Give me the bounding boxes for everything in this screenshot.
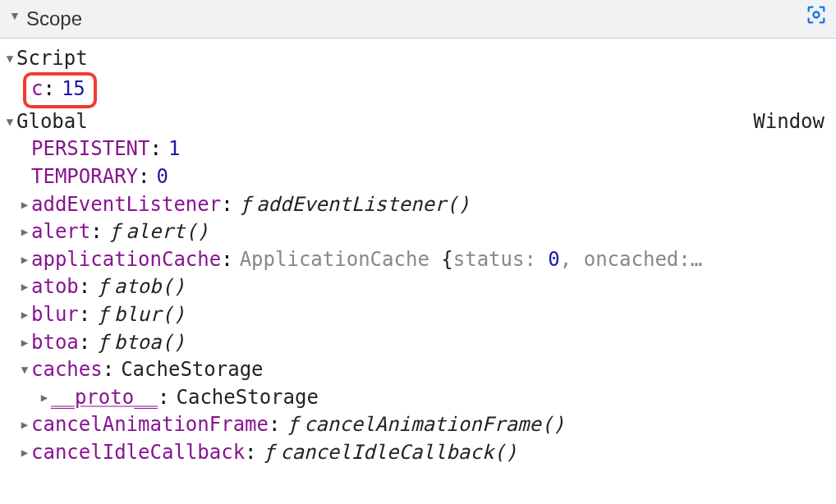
function-name: cancelIdleCallback(): [280, 439, 517, 467]
prop-cancelAnimationFrame[interactable]: cancelAnimationFrame: ƒ cancelAnimationF…: [3, 411, 836, 439]
function-name: alert(): [126, 218, 209, 246]
property-key: PERSISTENT: [31, 135, 150, 163]
prop-alert[interactable]: alert: ƒ alert(): [3, 218, 836, 246]
property-key: blur: [31, 301, 79, 329]
property-value-object: ApplicationCache {status: 0, oncached:…: [240, 246, 703, 274]
chevron-right-icon[interactable]: [18, 279, 31, 296]
property-key: TEMPORARY: [31, 163, 138, 191]
scope-section-script[interactable]: Script: [3, 45, 836, 73]
property-key: cancelAnimationFrame: [31, 411, 269, 439]
chevron-right-icon[interactable]: [38, 390, 51, 406]
function-name: btoa(): [114, 329, 186, 357]
prop-cancelIdleCallback[interactable]: cancelIdleCallback: ƒ cancelIdleCallback…: [3, 439, 836, 467]
chevron-down-icon[interactable]: [3, 114, 16, 131]
highlight-annotation: c: 15: [23, 72, 97, 108]
scope-panel-title: Scope: [26, 5, 82, 33]
property-key: atob: [31, 273, 79, 301]
global-entries: PERSISTENT: 1 TEMPORARY: 0 addEventListe…: [3, 135, 836, 466]
chevron-right-icon[interactable]: [18, 224, 31, 241]
function-symbol: ƒ: [97, 273, 108, 301]
prop-atob[interactable]: atob: ƒ atob(): [3, 273, 836, 301]
property-key-proto: __proto__: [51, 384, 158, 412]
property-key: alert: [31, 218, 90, 246]
property-value: 0: [157, 163, 168, 191]
chevron-right-icon[interactable]: [18, 445, 31, 461]
chevron-down-icon[interactable]: [8, 8, 21, 25]
prop-blur[interactable]: blur: ƒ blur(): [3, 301, 836, 329]
scope-section-global[interactable]: Global Window: [3, 108, 836, 136]
function-name: addEventListener(): [256, 191, 470, 219]
prop-temporary[interactable]: TEMPORARY: 0: [3, 163, 836, 191]
function-symbol: ƒ: [97, 301, 108, 329]
property-value: CacheStorage: [177, 384, 319, 412]
scope-panel-header: Scope: [0, 0, 836, 39]
property-key: addEventListener: [31, 191, 221, 219]
scope-body: Script c: 15 Global Window PERSISTENT: 1…: [0, 39, 836, 467]
function-symbol: ƒ: [240, 191, 251, 219]
chevron-right-icon[interactable]: [18, 197, 31, 213]
chevron-right-icon[interactable]: [18, 335, 31, 351]
function-symbol: ƒ: [97, 329, 108, 357]
scan-icon[interactable]: [805, 3, 828, 34]
prop-applicationCache[interactable]: applicationCache: ApplicationCache {stat…: [3, 246, 836, 274]
chevron-right-icon[interactable]: [18, 417, 31, 433]
prop-persistent[interactable]: PERSISTENT: 1: [3, 135, 836, 163]
property-key: caches: [31, 356, 103, 384]
prop-caches-proto[interactable]: __proto__: CacheStorage: [3, 384, 836, 412]
property-value: CacheStorage: [121, 356, 263, 384]
script-section-label: Script: [16, 45, 88, 73]
property-key: btoa: [31, 329, 79, 357]
function-name: blur(): [114, 301, 186, 329]
chevron-down-icon[interactable]: [3, 51, 16, 67]
function-name: atob(): [114, 273, 186, 301]
prop-btoa[interactable]: btoa: ƒ btoa(): [3, 329, 836, 357]
chevron-down-icon[interactable]: [18, 362, 31, 378]
function-symbol: ƒ: [109, 218, 121, 246]
chevron-right-icon[interactable]: [18, 307, 31, 323]
svg-point-0: [814, 12, 820, 18]
function-symbol: ƒ: [264, 439, 275, 467]
scope-panel-title-wrap[interactable]: Scope: [8, 5, 82, 33]
prop-addEventListener[interactable]: addEventListener: ƒ addEventListener(): [3, 191, 836, 219]
global-section-label: Global: [16, 108, 88, 136]
property-value: 1: [168, 135, 180, 163]
property-key: applicationCache: [31, 246, 221, 274]
property-key: cancelIdleCallback: [31, 439, 245, 467]
chevron-right-icon[interactable]: [18, 252, 31, 268]
script-variable-row[interactable]: c: 15: [3, 72, 836, 108]
variable-key: c: [31, 76, 43, 103]
variable-value: 15: [62, 76, 85, 103]
prop-caches[interactable]: caches: CacheStorage: [3, 356, 836, 384]
function-symbol: ƒ: [287, 411, 298, 439]
function-name: cancelAnimationFrame(): [304, 411, 565, 439]
global-type-label: Window: [753, 108, 836, 136]
